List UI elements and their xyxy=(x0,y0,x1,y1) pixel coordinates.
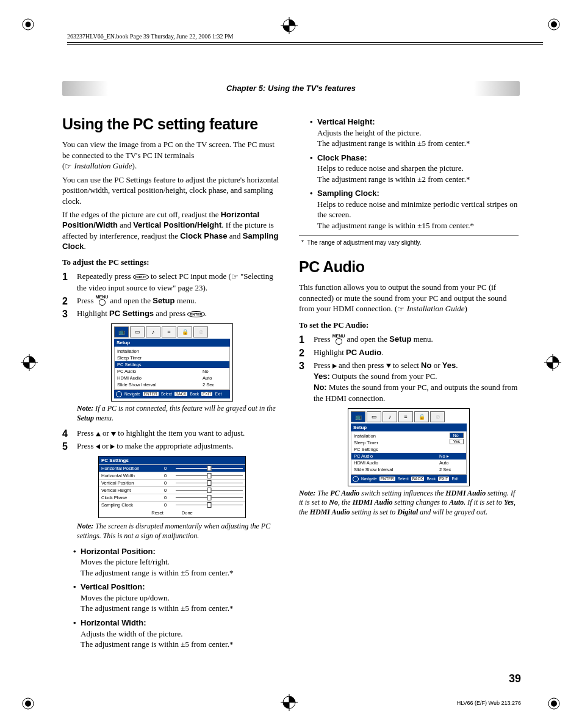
header-meta-text: 263237HLV66_EN.book Page 39 Thursday, Ju… xyxy=(67,33,233,40)
osd-row: Slide Show Interval2 Sec xyxy=(115,381,229,388)
body-text: You can use the PC Settings feature to a… xyxy=(62,175,282,207)
pcset-row: Vertical Height0 xyxy=(99,487,245,494)
crop-mark-icon xyxy=(547,17,561,32)
pcset-row: Vertical Position0 xyxy=(99,480,245,487)
body-text: If the edges of the picture are cut off,… xyxy=(62,209,282,252)
step-number: 4 xyxy=(62,428,77,439)
crop-mark-icon xyxy=(547,696,561,711)
footer-code: HLV66 (E/F) Web 213:276 xyxy=(457,700,521,706)
page: 263237HLV66_EN.book Page 39 Thursday, Ju… xyxy=(0,0,582,728)
registration-mark-icon xyxy=(281,694,298,711)
pcset-row: Sampling Clock0 xyxy=(99,502,245,509)
pc-settings-screenshot: PC Settings Horizontal Position0 Horizon… xyxy=(98,456,246,518)
step-number: 1 xyxy=(299,334,314,345)
navigate-icon xyxy=(116,391,122,397)
step-item: 5 Press or to make the appropriate adjus… xyxy=(62,441,282,452)
osd-footer: Navigate ENTERSelect BACKBack EXITExit xyxy=(351,475,467,483)
step-number: 2 xyxy=(62,295,77,307)
svg-point-4 xyxy=(551,21,557,27)
registration-mark-icon xyxy=(281,17,298,34)
menu-button-icon: MENU xyxy=(332,335,345,345)
osd-tab-icon: 📺 xyxy=(114,326,129,337)
bullet-item: Horizontal Width:Adjusts the width of th… xyxy=(73,618,282,650)
osd-title: Setup xyxy=(114,339,230,347)
osd-tab-icon: ▭ xyxy=(130,326,145,337)
pcset-row: Clock Phase0 xyxy=(99,494,245,502)
osd-row: Slide Show Interval2 Sec xyxy=(351,466,466,473)
chapter-bar: Chapter 5: Using the TV's features xyxy=(62,81,520,96)
osd-row: HDMI AudioAuto xyxy=(115,375,229,381)
osd-row-selected: PC Settings xyxy=(115,361,229,368)
note-text: Note: The PC Audio switch setting influe… xyxy=(299,489,519,517)
right-arrow-icon xyxy=(110,444,115,449)
pcset-row: Horizontal Width0 xyxy=(99,472,245,480)
osd-title: Setup xyxy=(351,423,467,431)
crop-mark-icon xyxy=(21,17,35,32)
down-arrow-icon xyxy=(386,364,391,368)
up-arrow-icon xyxy=(96,432,101,436)
pcset-row-selected: Horizontal Position0 xyxy=(99,465,245,472)
osd-tab-icon: ▭ xyxy=(367,411,381,422)
osd-option-popup: No Yes xyxy=(450,433,464,444)
registration-mark-icon xyxy=(21,354,38,371)
osd-tab-icon: ♪ xyxy=(146,326,160,337)
body-text: This function allows you to output the s… xyxy=(299,282,519,315)
step-number: 5 xyxy=(62,441,77,452)
left-column: Using the PC setting feature You can vie… xyxy=(62,108,282,654)
step-number: 2 xyxy=(299,347,314,359)
step-number: 3 xyxy=(62,308,77,320)
note-text: Note: The screen is disrupted momentaril… xyxy=(77,522,282,541)
header-meta: 263237HLV66_EN.book Page 39 Thursday, Ju… xyxy=(67,33,543,45)
osd-row-selected: PC AudioNo ▸ xyxy=(351,453,466,460)
right-arrow-icon xyxy=(332,364,337,369)
osd-tab-icon: ♪ xyxy=(383,411,397,422)
footnote: * The range of adjustment may vary sligh… xyxy=(307,239,519,247)
bullet-item: Vertical Height:Adjusts the height of th… xyxy=(310,117,519,149)
osd-screenshot: 📺 ▭ ♪ ≡ 🔒 ⎚ Setup Installation Sleep Tim… xyxy=(111,323,233,402)
pointer-icon: ☞ xyxy=(397,304,404,315)
crop-mark-icon xyxy=(21,696,35,711)
osd-tab-icon: 🔒 xyxy=(414,411,429,422)
section-heading: Using the PC setting feature xyxy=(62,115,282,133)
step-number: 1 xyxy=(62,271,77,283)
step-item: 1 Press MENU and open the Setup menu. xyxy=(299,334,519,345)
osd-tab-icon: 🔒 xyxy=(178,326,192,337)
step-item: 4 Press or to highlight the item you wan… xyxy=(62,428,282,439)
navigate-icon xyxy=(353,476,359,482)
registration-mark-icon xyxy=(544,354,561,371)
input-button-icon: INPUT xyxy=(133,274,149,280)
right-column: Vertical Height:Adjusts the height of th… xyxy=(299,108,519,654)
chapter-title: Chapter 5: Using the TV's features xyxy=(226,84,356,93)
svg-point-8 xyxy=(551,701,557,707)
osd-tab-icon: ⎚ xyxy=(430,411,445,422)
section-heading: PC Audio xyxy=(299,258,519,276)
svg-point-6 xyxy=(25,701,31,707)
osd-row: PC Settings xyxy=(351,446,466,453)
sub-heading: To set the PC Audio: xyxy=(299,320,519,331)
pcset-title: PC Settings xyxy=(99,456,245,464)
step-number: 3 xyxy=(299,360,314,372)
osd-tab-icon: ≡ xyxy=(398,411,413,422)
osd-tab-icon: 📺 xyxy=(351,411,365,422)
osd-screenshot: 📺 ▭ ♪ ≡ 🔒 ⎚ Setup Installation Sleep Tim… xyxy=(348,408,470,486)
osd-tab-icon: ≡ xyxy=(162,326,176,337)
pointer-icon: ☞ xyxy=(231,272,239,283)
bullet-item: Clock Phase:Helps to reduce noise and sh… xyxy=(310,153,519,185)
pcset-reset: Reset xyxy=(151,510,163,516)
note-text: Note: If a PC is not connected, this fea… xyxy=(77,404,282,423)
footnote-rule xyxy=(299,236,519,236)
osd-tab-icon: ⎚ xyxy=(193,326,208,337)
enter-button-icon: ENTER xyxy=(187,311,204,317)
osd-row: HDMI AudioAuto xyxy=(351,460,466,466)
down-arrow-icon xyxy=(111,432,116,436)
left-arrow-icon xyxy=(96,444,100,449)
pointer-icon: ☞ xyxy=(65,161,72,172)
osd-row: PC AudioNo xyxy=(115,368,229,375)
step-item: 1 Repeatedly press INPUT to select PC in… xyxy=(62,271,282,294)
osd-footer: Navigate ENTERSelect BACKBack EXITExit xyxy=(114,390,230,398)
page-number: 39 xyxy=(509,672,521,685)
sub-heading: To adjust the PC settings: xyxy=(62,257,282,268)
bullet-item: Horizontal Position:Moves the picture le… xyxy=(73,546,282,578)
step-item: 3 Press and then press to select No or Y… xyxy=(299,360,519,405)
bullet-item: Vertical Position:Moves the picture up/d… xyxy=(73,582,282,614)
